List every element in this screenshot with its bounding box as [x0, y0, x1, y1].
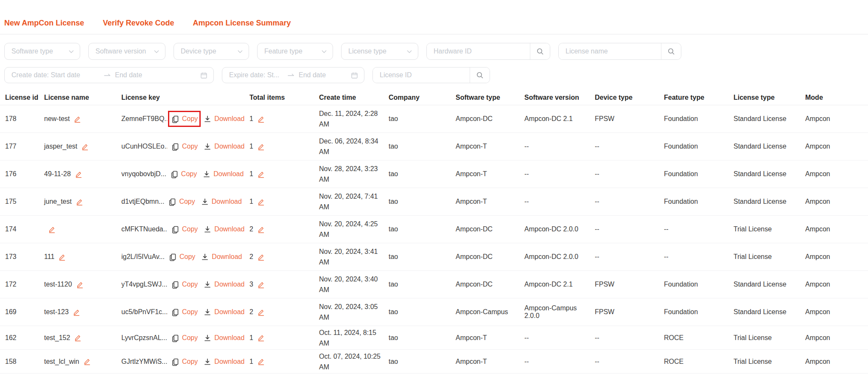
feature-type-value: Foundation [664, 198, 698, 205]
download-button[interactable]: Download [202, 170, 244, 178]
copy-button[interactable]: Copy [171, 225, 198, 233]
download-button[interactable]: Download [203, 115, 244, 123]
edit-pencil-icon [257, 225, 265, 233]
edit-license-name-button[interactable] [73, 308, 81, 316]
download-button[interactable]: Download [203, 280, 244, 289]
expire-date-range-picker[interactable]: Expire date: St... End date [222, 67, 364, 83]
software-type-select[interactable]: Software type [4, 43, 80, 60]
edit-pencil-icon [257, 281, 265, 289]
software-version-select[interactable]: Software version [88, 43, 165, 60]
edit-license-name-button[interactable] [48, 225, 56, 233]
copy-button[interactable]: Copy [171, 334, 198, 342]
device-type-select[interactable]: Device type [174, 43, 249, 60]
software-version-value: -- [524, 358, 529, 366]
license-type-value: Trial License [734, 253, 772, 261]
license-id-search-button[interactable] [470, 67, 490, 83]
device-type-value: FPSW [595, 115, 614, 123]
total-items-value: 1 [249, 198, 253, 205]
edit-license-name-button[interactable] [74, 334, 82, 342]
edit-total-items-button[interactable] [257, 170, 265, 178]
license-name-search-button[interactable] [661, 43, 681, 59]
range-arrow-icon [104, 73, 111, 77]
copy-button[interactable]: Copy [168, 197, 195, 206]
license-key-value: d1vtjEQbmn... [121, 198, 164, 205]
download-button[interactable]: Download [203, 225, 244, 233]
device-type-value: -- [595, 334, 599, 342]
edit-license-name-button[interactable] [81, 143, 89, 151]
verify-revoke-code-button[interactable]: Verify Revoke Code [103, 19, 174, 27]
create-date-range-picker[interactable]: Create date: Start date End date [4, 67, 214, 83]
edit-total-items-button[interactable] [257, 334, 265, 342]
copy-button[interactable]: Copy [171, 308, 198, 316]
license-key-value: ig2L/I5IVuAv... [121, 253, 165, 261]
table-row: 169 test-123 uc5/bPnVF1c... Copy Downloa… [0, 298, 868, 326]
download-icon [203, 334, 212, 342]
copy-button[interactable]: Copy [171, 280, 198, 289]
edit-license-name-button[interactable] [58, 253, 66, 261]
hardware-id-search-button[interactable] [530, 43, 550, 59]
edit-total-items-button[interactable] [257, 308, 265, 316]
company-value: tao [389, 115, 398, 123]
license-name-value: 49-11-28 [44, 170, 71, 178]
download-button[interactable]: Download [201, 253, 242, 261]
total-items-value: 2 [249, 308, 253, 316]
copy-label: Copy [182, 358, 198, 366]
create-date-start-placeholder: Create date: Start date [11, 71, 104, 79]
download-button[interactable]: Download [203, 357, 244, 366]
edit-license-name-button[interactable] [76, 281, 84, 289]
company-value: tao [389, 225, 398, 233]
edit-total-items-button[interactable] [257, 357, 265, 366]
edit-license-name-button[interactable] [75, 170, 83, 178]
download-button[interactable]: Download [201, 197, 242, 206]
copy-button[interactable]: Copy [168, 253, 195, 261]
download-label: Download [214, 334, 244, 342]
copy-icon [171, 115, 179, 123]
software-type-value: Ampcon-Campus [456, 308, 508, 316]
mode-value: Ampcon [805, 225, 830, 233]
table-row: 176 49-11-28 vnyqobovbjD... Copy Downloa… [0, 160, 868, 188]
company-value: tao [389, 198, 398, 205]
ampcon-license-summary-button[interactable]: Ampcon License Summary [193, 19, 291, 27]
edit-total-items-button[interactable] [257, 281, 265, 289]
feature-type-select[interactable]: Feature type [257, 43, 333, 60]
new-ampcon-license-button[interactable]: New AmpCon License [4, 19, 84, 27]
license-id-value: 175 [5, 198, 17, 205]
copy-button[interactable]: Copy [171, 115, 198, 123]
total-items-value: 3 [249, 281, 253, 288]
feature-type-value: ROCE [664, 334, 683, 342]
column-header: License key [121, 94, 249, 101]
edit-license-name-button[interactable] [83, 357, 91, 366]
copy-button[interactable]: Copy [171, 142, 198, 151]
edit-license-name-button[interactable] [73, 115, 81, 123]
edit-total-items-button[interactable] [257, 198, 265, 206]
copy-icon [171, 357, 179, 366]
software-type-value: Ampcon-T [456, 198, 487, 205]
license-name-input[interactable] [559, 43, 661, 59]
mode-value: Ampcon [805, 170, 830, 178]
copy-button[interactable]: Copy [171, 357, 198, 366]
company-value: tao [389, 143, 398, 150]
download-label: Download [214, 225, 244, 233]
copy-icon [171, 334, 179, 342]
license-type-value: Standard License [734, 170, 787, 178]
download-button[interactable]: Download [203, 142, 244, 151]
edit-license-name-button[interactable] [76, 198, 84, 206]
edit-total-items-button[interactable] [257, 225, 265, 233]
download-label: Download [214, 281, 244, 288]
edit-total-items-button[interactable] [257, 115, 265, 123]
edit-total-items-button[interactable] [257, 143, 265, 151]
download-button[interactable]: Download [203, 334, 244, 342]
total-items-value: 1 [249, 143, 253, 150]
software-type-value: Ampcon-T [456, 358, 487, 366]
software-version-value: -- [524, 198, 529, 205]
edit-total-items-button[interactable] [257, 253, 265, 261]
hardware-id-input[interactable] [427, 43, 530, 59]
copy-button[interactable]: Copy [170, 170, 197, 178]
license-type-select[interactable]: License type [341, 43, 418, 60]
column-header: Software type [456, 94, 524, 101]
license-id-input[interactable] [373, 67, 470, 83]
edit-pencil-icon [257, 143, 265, 151]
device-type-value: -- [595, 225, 599, 233]
download-button[interactable]: Download [203, 308, 244, 316]
table-row: 158 test_lcl_win GJrtlzYMWiS... Copy Dow… [0, 350, 868, 374]
